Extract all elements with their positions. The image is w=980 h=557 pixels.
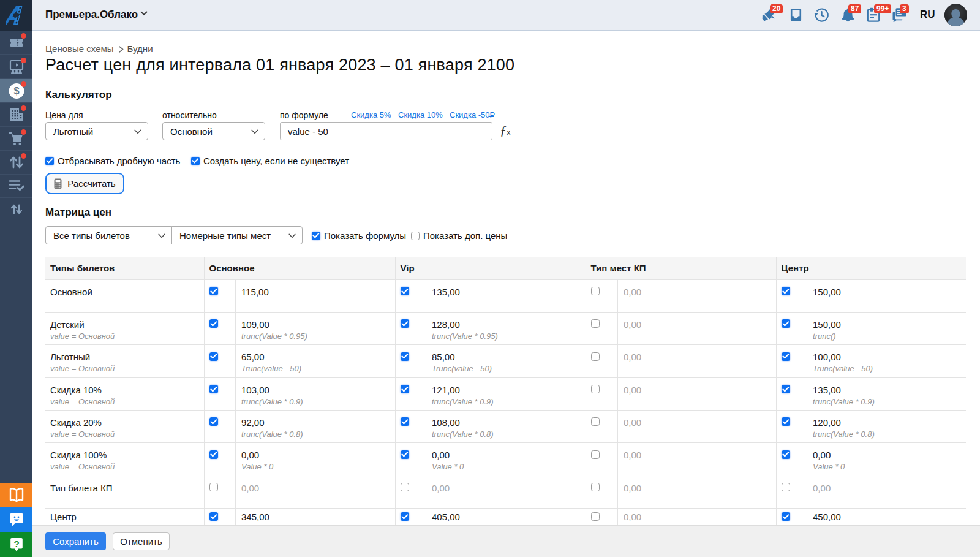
svg-text:?: ? [13,538,19,548]
svg-text:$: $ [13,85,19,96]
